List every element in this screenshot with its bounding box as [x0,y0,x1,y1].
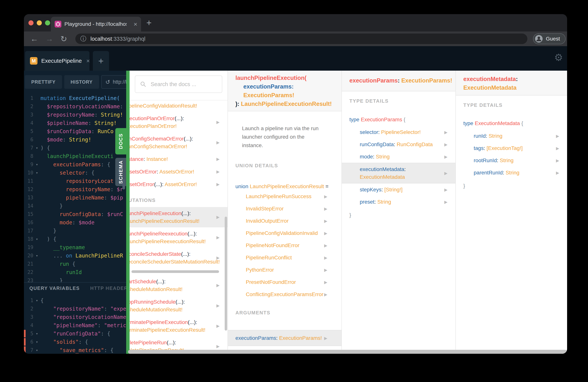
back-icon[interactable]: ← [30,34,38,43]
type-field-row[interactable]: executionMetadata:ExecutionMetadata▶ [342,163,455,184]
http-headers-tab[interactable]: HTTP HEADERS [90,286,126,291]
query-code-line[interactable]: 5 $runConfigData: RunCo [24,127,126,135]
query-code-line[interactable]: 23 } [24,276,126,282]
variables-code-line[interactable]: 2 "repositoryName": "exper [24,305,126,313]
docs-list-item[interactable]: PipelineConfigValidationResult! [129,100,228,112]
tab-close-icon[interactable]: × [133,21,137,27]
query-code-line[interactable]: 2 $repositoryLocationName: [24,102,126,110]
browser-tab[interactable]: Playground - http://localhost:3 × [51,17,141,31]
type-field-row[interactable]: runConfigData: RunConfigData▶ [342,138,455,150]
union-member[interactable]: PresetNotFoundError▶ [228,276,341,288]
settings-gear-icon[interactable]: ⚙ [554,52,563,63]
query-code-line[interactable]: 17 } [24,227,126,235]
type-field-row[interactable]: stepKeys: [String!]▶ [342,184,455,196]
variables-editor[interactable]: 1▾{2 "repositoryName": "exper3 "reposito… [24,296,126,354]
docs-list-horizontal-scrollbar[interactable] [131,270,219,273]
query-code-line[interactable]: 1mutation ExecutePipeline( [24,94,126,102]
variables-code-line[interactable]: 7▾ "save_metrics": { [24,346,126,354]
query-code-line[interactable]: 8 launchPipelineExecuti [24,152,126,160]
prettify-button[interactable]: PRETTIFY [25,75,62,89]
type-field-row[interactable]: selector: PipelineSelector!▶ [342,126,455,138]
fold-icon[interactable]: ▾ [33,237,41,241]
metadata-field-row[interactable]: rootRunId: String▶ [456,154,567,167]
union-member[interactable]: ConflictingExecutionParamsError▶ [228,288,341,300]
fold-icon[interactable]: ▾ [33,298,41,303]
url-bar[interactable]: ⓘ localhost:3333/graphql [75,34,527,44]
docs-column-scrollbar-thumb[interactable] [225,217,227,331]
query-code-line[interactable]: 15 runConfigData: $runC [24,210,126,218]
query-code-line[interactable]: 6 $mode: String! [24,135,126,144]
close-window-button[interactable] [28,20,34,25]
fold-icon[interactable]: ▾ [33,331,41,336]
playground-new-tab-button[interactable]: + [93,51,109,71]
fold-icon[interactable]: ▾ [33,170,41,175]
union-member[interactable]: PipelineNotFoundError▶ [228,239,341,252]
query-code-line[interactable]: 7▾) { [24,144,126,152]
argument-row[interactable]: executionParams: ExecutionParams!▶ [228,330,341,346]
fold-icon[interactable]: ▾ [33,146,41,150]
fold-icon[interactable]: ▾ [33,348,41,352]
union-member[interactable]: InvalidOutputError▶ [228,215,341,227]
query-code-line[interactable]: 21 run { [24,260,126,268]
union-member[interactable]: LaunchPipelineRunSuccess▶ [228,190,341,203]
docs-list-item[interactable]: stopRunningSchedule(...):ScheduleMutatio… [129,296,228,316]
docs-list-item[interactable]: runConfigSchemaOrError(...):RunConfigSch… [129,132,228,153]
site-info-icon[interactable]: ⓘ [80,35,86,43]
docs-list-item[interactable]: executionPlanOrError(...):ExecutionPlanO… [129,112,228,132]
fold-icon[interactable]: ▾ [33,253,41,258]
variables-code-line[interactable]: 6▾ "solids": { [24,338,126,346]
reload-icon[interactable]: ↻ [61,34,67,43]
variables-code-line[interactable]: 3 "repositoryLocationName" [24,313,126,321]
docs-search-input[interactable]: Search the docs ... [135,76,222,93]
union-member[interactable]: PythonError▶ [228,264,341,276]
minimize-window-button[interactable] [37,20,42,25]
query-code-line[interactable]: 18▾ ) { [24,235,126,243]
union-member[interactable]: PipelineRunConflict▶ [228,252,341,264]
history-button[interactable]: HISTORY [64,75,99,89]
profile-chip[interactable]: Guest [533,33,566,44]
query-code-line[interactable]: 13 pipelineName: $pip [24,193,126,202]
new-tab-button[interactable]: + [146,18,152,28]
union-member[interactable]: PipelineConfigValidationInvalid▶ [228,227,341,239]
query-code-line[interactable]: 19 __typename [24,243,126,252]
docs-list-item[interactable]: terminatePipelineExecution(...):Terminat… [129,316,228,336]
docs-list-item[interactable]: launchPipelineReexecution(...):LaunchPip… [129,227,228,248]
playground-tab[interactable]: M ExecutePipeline × [25,51,89,71]
docs-list-item[interactable]: launchPipelineExecution(...):LaunchPipel… [129,207,228,227]
metadata-field-row[interactable]: tags: [ExecutionTag!]▶ [456,142,567,154]
docs-list-item[interactable]: assetOrError(...): AssetOrError!▶ [129,178,228,191]
docs-list-item[interactable]: assetsOrError: AssetsOrError!▶ [129,165,228,178]
forward-icon[interactable]: → [45,34,53,43]
query-code-line[interactable]: 12 repositoryName: $r [24,185,126,193]
query-variables-tab[interactable]: QUERY VARIABLES [29,286,80,291]
type-field-row[interactable]: preset: String▶ [342,196,455,208]
union-member[interactable]: InvalidStepError▶ [228,203,341,215]
metadata-field-row[interactable]: parentRunId: String▶ [456,167,567,179]
docs-list-item[interactable]: instance: Instance!▶ [129,153,228,165]
variables-code-line[interactable]: 1▾{ [24,296,126,305]
query-code-line[interactable]: 20▾ ... on LaunchPipelineR [24,252,126,260]
docs-panel-edge[interactable] [126,71,129,354]
metadata-field-row[interactable]: runId: String▶ [456,130,567,142]
type-field-row[interactable]: mode: String▶ [342,150,455,163]
docs-list-item[interactable]: startSchedule(...):ScheduleMutationResul… [129,275,228,296]
endpoint-reload-icon[interactable]: ↺ [105,79,110,85]
query-code-line[interactable]: 10▾ selector: { [24,169,126,177]
query-code-line[interactable]: 9▾ executionParams: { [24,160,126,169]
editor-scrollbar-thumb[interactable] [123,179,125,190]
fold-icon[interactable]: ▾ [33,162,41,167]
endpoint-input[interactable]: ↺ http://loc [101,75,126,89]
query-code-line[interactable]: 14 } [24,202,126,210]
query-code-line[interactable]: 16 mode: $mode [24,218,126,227]
query-code-line[interactable]: 3 $repositoryName: String! [24,110,126,119]
docs-horizontal-scrollbar[interactable] [128,350,567,354]
query-code-line[interactable]: 11 repositoryLocat [24,177,126,185]
query-editor[interactable]: 1mutation ExecutePipeline(2 $repositoryL… [24,93,126,282]
zoom-window-button[interactable] [45,20,50,25]
query-code-line[interactable]: 22 runId [24,268,126,276]
variables-code-line[interactable]: 5▾ "runConfigData": { [24,329,126,338]
variables-code-line[interactable]: 4 "pipelineName": "metrics [24,321,126,329]
docs-tab[interactable]: DOCS [115,128,126,154]
playground-tab-close-icon[interactable]: × [86,58,90,64]
fold-icon[interactable]: ▾ [33,340,41,344]
